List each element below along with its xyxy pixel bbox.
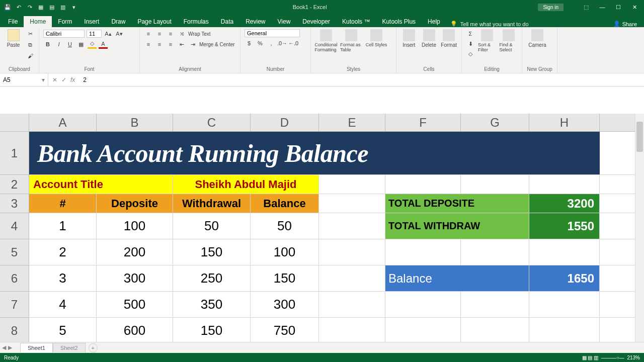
row-header[interactable]: 1 <box>0 132 29 175</box>
ribbon-options-icon[interactable]: ⬚ <box>579 4 594 11</box>
cell[interactable] <box>529 292 600 317</box>
col-num-header[interactable]: # <box>29 194 97 213</box>
cell[interactable]: 50 <box>251 213 319 239</box>
decrease-decimal-icon[interactable]: ←.0 <box>289 39 298 48</box>
cut-icon[interactable]: ✂ <box>26 29 35 38</box>
enter-formula-icon[interactable]: ✓ <box>61 76 66 83</box>
tab-home[interactable]: Home <box>24 16 52 27</box>
copy-icon[interactable]: ⧉ <box>26 40 35 49</box>
cell[interactable]: 150 <box>173 318 251 343</box>
cell[interactable]: 750 <box>251 318 319 343</box>
tab-draw[interactable]: Draw <box>105 16 131 27</box>
cell[interactable] <box>461 239 529 265</box>
cell[interactable]: 100 <box>97 213 173 239</box>
view-pagelayout-icon[interactable]: ▤ <box>588 355 592 360</box>
qat-dropdown-icon[interactable]: ▾ <box>70 4 77 11</box>
cell[interactable]: 2 <box>29 239 97 265</box>
spreadsheet-grid[interactable]: A B C D E F G H 1 2 3 4 5 6 7 8 Bank Acc… <box>0 114 644 349</box>
cell[interactable] <box>529 318 600 343</box>
total-withdraw-value[interactable]: 1550 <box>529 213 600 239</box>
font-color-icon[interactable]: A <box>99 40 108 49</box>
cell-styles-button[interactable]: Cell Styles <box>365 29 387 47</box>
col-header[interactable]: H <box>529 114 600 131</box>
close-icon[interactable]: ✕ <box>627 4 642 11</box>
tab-view[interactable]: View <box>272 16 297 27</box>
autosum-icon[interactable]: Σ <box>466 29 475 38</box>
cell[interactable] <box>529 175 600 194</box>
view-pagebreak-icon[interactable]: ▥ <box>594 355 598 360</box>
tab-kutools[interactable]: Kutools ™ <box>336 16 376 27</box>
orientation-icon[interactable]: ⤭ <box>177 29 186 38</box>
sheet-nav-next-icon[interactable]: ▶ <box>8 344 12 351</box>
sort-filter-button[interactable]: Sort & Filter <box>478 29 497 52</box>
save-icon[interactable]: 💾 <box>4 4 11 11</box>
cell[interactable]: 300 <box>97 265 173 291</box>
cell[interactable]: 5 <box>29 318 97 343</box>
col-header[interactable]: E <box>319 114 385 131</box>
row-header[interactable]: 8 <box>0 318 29 344</box>
cell[interactable] <box>319 239 385 265</box>
cell[interactable] <box>461 292 529 317</box>
cell[interactable] <box>461 318 529 343</box>
clear-icon[interactable]: ◇ <box>466 49 475 58</box>
format-cells-button[interactable]: Format <box>440 29 457 48</box>
camera-button[interactable]: Camera <box>526 29 548 48</box>
scrollbar-thumb[interactable] <box>636 122 643 152</box>
wrap-text-button[interactable]: Wrap Text <box>188 29 211 38</box>
underline-button[interactable]: U <box>65 40 74 49</box>
vertical-scrollbar[interactable] <box>635 114 644 349</box>
cell[interactable] <box>385 318 461 343</box>
align-top-icon[interactable]: ≡ <box>144 29 153 38</box>
col-header[interactable]: C <box>173 114 251 131</box>
tab-form[interactable]: Form <box>52 16 78 27</box>
col-balance-header[interactable]: Balance <box>251 194 319 213</box>
col-header[interactable]: G <box>461 114 529 131</box>
number-format-select[interactable] <box>245 29 300 37</box>
account-title-value[interactable]: Sheikh Abdul Majid <box>173 175 319 194</box>
name-box[interactable]: A5 ▾ <box>0 73 48 86</box>
undo-icon[interactable]: ↶ <box>15 4 22 11</box>
col-header[interactable]: F <box>385 114 461 131</box>
cell[interactable] <box>385 175 461 194</box>
row-header[interactable]: 4 <box>0 213 29 239</box>
tab-help[interactable]: Help <box>422 16 446 27</box>
cell[interactable]: 1 <box>29 213 97 239</box>
tab-file[interactable]: File <box>2 16 24 27</box>
cell[interactable]: 4 <box>29 292 97 317</box>
col-header[interactable]: B <box>97 114 173 131</box>
increase-font-icon[interactable]: A▴ <box>104 29 113 38</box>
minimize-icon[interactable]: ― <box>595 4 610 10</box>
cell[interactable]: 200 <box>97 239 173 265</box>
cell[interactable] <box>319 213 385 239</box>
tab-kutoolsplus[interactable]: Kutools Plus <box>376 16 422 27</box>
decrease-indent-icon[interactable]: ⇤ <box>177 40 186 49</box>
cell[interactable]: 50 <box>173 213 251 239</box>
align-bottom-icon[interactable]: ≡ <box>166 29 175 38</box>
bold-button[interactable]: B <box>43 40 52 49</box>
delete-cells-button[interactable]: Delete <box>421 29 438 48</box>
font-size-input[interactable] <box>87 30 102 38</box>
increase-decimal-icon[interactable]: .0→ <box>278 39 287 48</box>
share-button[interactable]: 👤 Share <box>613 21 637 27</box>
zoom-level[interactable]: 213% <box>627 355 640 360</box>
tab-pagelayout[interactable]: Page Layout <box>131 16 177 27</box>
signin-button[interactable]: Sign in <box>538 4 564 11</box>
align-left-icon[interactable]: ≡ <box>144 40 153 49</box>
row-header[interactable]: 7 <box>0 292 29 318</box>
col-header[interactable]: D <box>251 114 319 131</box>
account-title-label[interactable]: Account Title <box>29 175 173 194</box>
cell[interactable] <box>319 194 385 213</box>
maximize-icon[interactable]: ☐ <box>611 4 626 11</box>
col-header[interactable]: A <box>29 114 97 131</box>
formula-input[interactable]: 2 <box>79 76 644 83</box>
total-deposite-value[interactable]: 3200 <box>529 194 600 213</box>
cell[interactable]: 350 <box>173 292 251 317</box>
qat-icon[interactable]: ▤ <box>48 4 55 11</box>
insert-cells-button[interactable]: Insert <box>400 29 418 48</box>
col-deposite-header[interactable]: Deposite <box>97 194 173 213</box>
add-sheet-button[interactable]: + <box>89 343 98 352</box>
chevron-down-icon[interactable]: ▾ <box>42 76 45 83</box>
increase-indent-icon[interactable]: ⇥ <box>188 40 197 49</box>
total-deposite-label[interactable]: TOTAL DEPOSITE <box>385 194 529 213</box>
cell[interactable] <box>319 175 385 194</box>
